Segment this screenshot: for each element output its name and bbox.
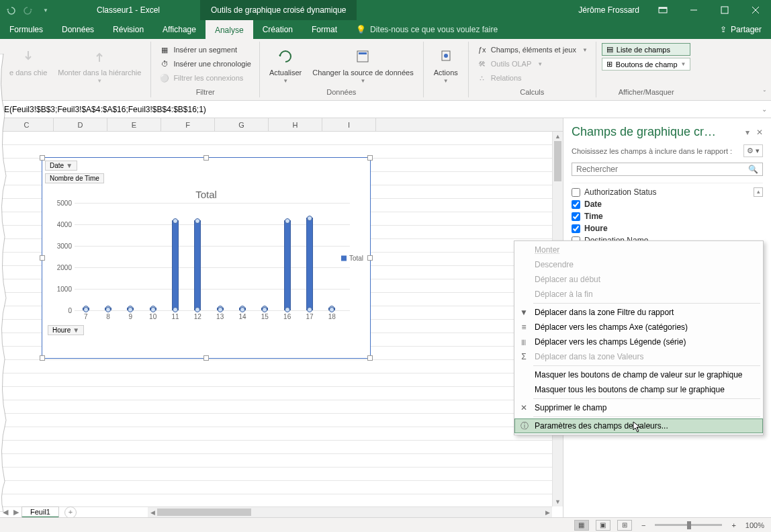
qat-dropdown-icon[interactable]: ▼ [40, 5, 51, 15]
view-page-layout-icon[interactable]: ▣ [596, 520, 610, 531]
scroll-right-icon[interactable]: ▶ [543, 507, 552, 517]
pane-dropdown-icon[interactable]: ▾ [745, 128, 750, 137]
chart-title[interactable]: Total [42, 189, 370, 200]
change-data-source-button[interactable]: Changer la source de données ▼ [308, 43, 417, 87]
sheet-nav-next-icon[interactable]: ▶ [11, 508, 21, 517]
insert-timeline-button[interactable]: ⏱Insérer une chronologie [156, 57, 254, 71]
share-icon: ⇪ [720, 25, 727, 34]
arrow-down-icon [17, 46, 39, 67]
svg-rect-7 [359, 52, 367, 54]
scroll-left-icon[interactable]: ◀ [148, 507, 157, 517]
pane-layout-button[interactable]: ⚙ ▾ [743, 144, 763, 157]
chart-values-button[interactable]: Nombre de Time [45, 173, 104, 183]
undo-icon[interactable] [5, 5, 16, 15]
field-search[interactable]: 🔍 [572, 163, 763, 176]
zoom-level[interactable]: 100% [745, 521, 764, 529]
ctx-hide-all-buttons[interactable]: Masquer tous les boutons de champ sur le… [514, 382, 763, 397]
collapse-icon[interactable]: ▴ [754, 187, 763, 197]
field-checkbox-houre[interactable]: Houre [572, 222, 763, 234]
column-header[interactable]: H [269, 118, 322, 131]
fields-items-sets-button[interactable]: ƒxChamps, éléments et jeux▼ [474, 43, 590, 56]
redo-icon[interactable] [23, 5, 34, 15]
column-header[interactable]: I [322, 118, 376, 131]
chart-filter-date-button[interactable]: Date▼ [45, 161, 77, 171]
tab-revision[interactable]: Révision [103, 20, 153, 39]
chevron-down-icon: ▼ [73, 326, 79, 334]
user-name[interactable]: Jérôme Frossard [570, 5, 647, 15]
relations-icon: ⛬ [477, 73, 488, 83]
view-page-break-icon[interactable]: ⊞ [617, 520, 632, 531]
sheet-nav-prev-icon[interactable]: ◀ [0, 508, 11, 517]
scroll-thumb[interactable] [554, 141, 561, 181]
share-button[interactable]: ⇪ Partager [711, 20, 771, 39]
scroll-up-icon[interactable]: ▲ [553, 132, 563, 141]
insert-slicer-button[interactable]: ▦Insérer un segment [156, 43, 254, 56]
zoom-out-button[interactable]: − [639, 521, 648, 529]
column-header[interactable]: D [54, 118, 107, 131]
olap-tools-button: 🛠Outils OLAP▼ [474, 57, 590, 71]
field-checkbox-date[interactable]: Date [572, 198, 763, 210]
sigma-icon: Σ [518, 352, 529, 361]
column-header[interactable]: E [107, 118, 161, 131]
tell-me-search[interactable]: 💡 Dites-nous ce que vous voulez faire [347, 20, 507, 39]
ctx-value-field-settings[interactable]: ⓘ Paramètres des champs de valeurs... [514, 418, 763, 433]
field-list-toggle[interactable]: ▤Liste de champs [602, 43, 691, 56]
chart-plot-area[interactable]: 5000400030002000100007891011121314151617… [75, 203, 350, 310]
zoom-in-button[interactable]: + [729, 521, 738, 529]
group-label-show: Afficher/Masquer [602, 87, 691, 96]
column-header[interactable]: G [215, 118, 269, 131]
column-header[interactable]: C [0, 118, 54, 131]
slicer-icon: ▦ [159, 44, 170, 55]
chart-axis-houre-button[interactable]: Houre▼ [48, 325, 84, 335]
pane-close-icon[interactable]: ✕ [756, 128, 763, 137]
sheet-tab[interactable]: Feuil1 [21, 506, 59, 517]
ctx-move-up: Monter [514, 242, 763, 257]
formula-input[interactable] [4, 105, 762, 114]
ribbon: e dans chie Monter dans la hiérarchie ▼ … [0, 39, 771, 101]
pivot-chart[interactable]: Date▼ Nombre de Time Total 5000400030002… [42, 157, 371, 359]
expand-formula-bar-icon[interactable]: ⌄ [762, 105, 767, 113]
ctx-move-axis[interactable]: ≡Déplacer vers les champs Axe (catégorie… [514, 320, 763, 335]
zoom-slider[interactable] [655, 524, 722, 526]
tab-creation[interactable]: Création [253, 20, 302, 39]
field-checkbox-time[interactable]: Time [572, 210, 763, 222]
add-sheet-button[interactable]: + [64, 506, 77, 518]
axis-icon: ≡ [518, 322, 529, 332]
ctx-move-values: ΣDéplacer dans la zone Valeurs [514, 349, 763, 364]
worksheet-grid[interactable]: C D E F G H I Date▼ Nombre de Time Total… [0, 118, 563, 517]
field-search-input[interactable] [576, 165, 748, 174]
scroll-down-icon[interactable]: ▼ [553, 497, 563, 506]
scroll-thumb[interactable] [157, 508, 251, 516]
ctx-hide-value-buttons[interactable]: Masquer les boutons de champ de valeur s… [514, 367, 763, 382]
ribbon-options-icon[interactable] [647, 0, 678, 20]
list-icon: ▤ [606, 45, 613, 54]
collapse-ribbon-icon[interactable]: ˇ [764, 90, 766, 97]
field-checkbox-auth[interactable]: Authorization Status▴ [572, 186, 763, 198]
ctx-remove-field[interactable]: ✕Supprimer le champ [514, 400, 763, 415]
formula-icon: ƒx [477, 44, 488, 55]
ctx-move-report-filter[interactable]: ▼Déplacer dans la zone Filtre du rapport [514, 305, 763, 320]
refresh-button[interactable]: Actualiser ▼ [265, 43, 306, 87]
search-icon: 🔍 [748, 165, 758, 174]
horizontal-scrollbar[interactable]: ◀ ▶ [148, 506, 552, 517]
column-headers: C D E F G H I [0, 118, 563, 132]
ctx-move-end: Déplacer à la fin [514, 287, 763, 302]
gear-icon: ⚙ [747, 146, 754, 154]
pane-title: Champs de graphique cr… [572, 125, 716, 139]
field-buttons-toggle[interactable]: ⊞Boutons de champ▼ [602, 58, 691, 71]
view-normal-icon[interactable]: ▦ [574, 520, 589, 531]
tab-formules[interactable]: Formules [0, 20, 52, 39]
ctx-move-legend[interactable]: ⫼Déplacer vers les champs Légende (série… [514, 335, 763, 349]
tab-donnees[interactable]: Données [52, 20, 103, 39]
status-bar: ▦ ▣ ⊞ − + 100% [0, 517, 771, 532]
tab-analyse[interactable]: Analyse [206, 20, 253, 39]
close-icon[interactable] [740, 0, 771, 20]
ctx-move-down: Descendre [514, 257, 763, 272]
maximize-icon[interactable] [709, 0, 740, 20]
minimize-icon[interactable] [678, 0, 709, 20]
tab-affichage[interactable]: Affichage [153, 20, 206, 39]
column-header[interactable]: F [161, 118, 215, 131]
actions-button[interactable]: Actions ▼ [429, 43, 463, 87]
chart-legend[interactable]: Total [341, 255, 363, 262]
tab-format[interactable]: Format [302, 20, 347, 39]
